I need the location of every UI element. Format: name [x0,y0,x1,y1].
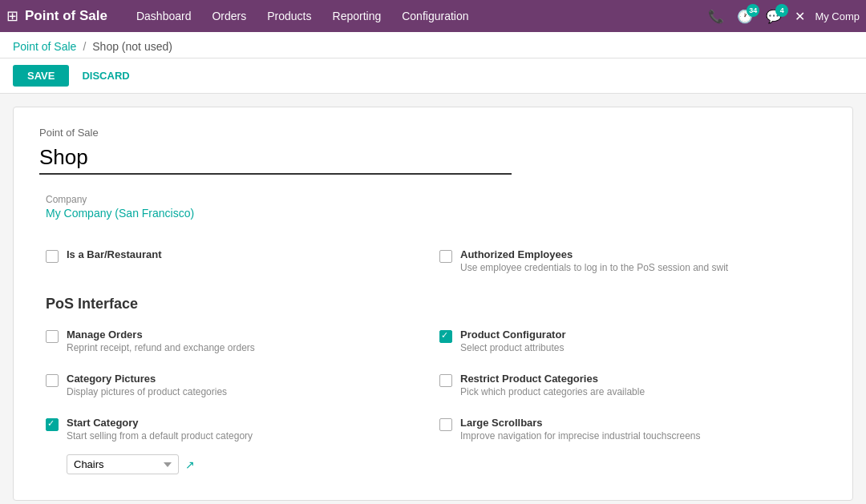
company-block: Company My Company (San Francisco) [39,194,827,220]
authorized-employees-checkbox[interactable] [439,250,452,263]
main-content: Point of Sale Company My Company (San Fr… [0,94,866,504]
manage-orders-checkbox[interactable] [46,330,59,343]
close-icon: ✕ [795,9,805,24]
start-category-label: Start Category [67,417,253,429]
close-button[interactable]: ✕ [791,6,808,27]
nav-menu: Dashboard Orders Products Reporting Conf… [127,6,702,26]
topnav-right: 📞 🕐 34 💬 4 ✕ My Comp [705,6,860,27]
start-category-field: Start Category Start selling from a defa… [39,407,433,451]
large-scrollbars-field: Large Scrollbars Improve navigation for … [433,407,827,481]
nav-orders[interactable]: Orders [202,6,256,26]
form-section-label: Point of Sale [39,127,827,139]
save-button[interactable]: SAVE [13,65,69,87]
large-scrollbars-desc: Improve navigation for imprecise industr… [460,430,700,442]
start-category-checkbox[interactable] [46,418,59,431]
company-value[interactable]: My Company (San Francisco) [46,207,827,220]
app-title: Point of Sale [25,8,107,24]
category-pictures-checkbox[interactable] [46,374,59,387]
category-pictures-desc: Display pictures of product categories [67,386,227,397]
restrict-product-categories-label: Restrict Product Categories [460,373,645,385]
large-scrollbars-label: Large Scrollbars [460,417,700,429]
nav-products[interactable]: Products [257,6,321,26]
manage-orders-field: Manage Orders Reprint receipt, refund an… [39,319,433,363]
start-category-subfield: Chairs ↗ [39,451,433,481]
action-bar: SAVE DISCARD [0,58,866,94]
authorized-employees-label: Authorized Employees [460,248,728,260]
product-configurator-field: Product Configurator Select product attr… [433,319,827,363]
nav-reporting[interactable]: Reporting [323,6,391,26]
authorized-employees-desc: Use employee credentials to log in to th… [460,262,728,273]
manage-orders-label: Manage Orders [67,329,255,341]
nav-dashboard[interactable]: Dashboard [127,6,201,26]
start-category-desc: Start selling from a default product cat… [67,430,253,442]
authorized-employees-field: Authorized Employees Use employee creden… [433,239,827,283]
username: My Comp [815,10,860,22]
restrict-product-categories-checkbox[interactable] [439,374,452,387]
phone-button[interactable]: 📞 [705,6,727,27]
breadcrumb: Point of Sale / Shop (not used) [0,32,866,58]
product-configurator-checkbox[interactable] [439,330,452,343]
start-category-column: Start Category Start selling from a defa… [39,407,433,481]
company-label: Company [46,194,827,205]
breadcrumb-current: Shop (not used) [92,40,172,53]
bar-restaurant-field: Is a Bar/Restaurant [39,239,433,283]
top-navigation: ⊞ Point of Sale Dashboard Orders Product… [0,0,866,32]
grid-icon[interactable]: ⊞ [6,7,18,25]
form-card: Point of Sale Company My Company (San Fr… [13,107,853,501]
bar-restaurant-label: Is a Bar/Restaurant [67,248,162,260]
activity-badge: 34 [747,4,759,17]
pos-fields-grid: Manage Orders Reprint receipt, refund an… [39,319,827,481]
discard-button[interactable]: DISCARD [75,65,136,87]
nav-configuration[interactable]: Configuration [392,6,478,26]
activity-button[interactable]: 🕐 34 [734,6,756,27]
category-pictures-label: Category Pictures [67,373,227,385]
manage-orders-desc: Reprint receipt, refund and exchange ord… [67,342,255,353]
restrict-product-categories-field: Restrict Product Categories Pick which p… [433,363,827,407]
product-configurator-desc: Select product attributes [460,342,565,353]
chat-badge: 4 [775,4,788,17]
product-configurator-label: Product Configurator [460,329,565,341]
phone-icon: 📞 [708,9,724,24]
start-category-select[interactable]: Chairs [67,454,179,474]
large-scrollbars-checkbox[interactable] [439,418,452,431]
restrict-product-categories-desc: Pick which product categories are availa… [460,386,645,397]
breadcrumb-link[interactable]: Point of Sale [13,40,76,53]
top-fields-grid: Is a Bar/Restaurant Authorized Employees… [39,239,827,283]
bar-restaurant-checkbox[interactable] [46,250,59,263]
pos-interface-header: PoS Interface [39,296,827,312]
breadcrumb-separator: / [83,40,86,53]
shop-name-input[interactable] [39,142,512,175]
external-link-icon[interactable]: ↗ [185,458,195,471]
chat-button[interactable]: 💬 4 [763,6,785,27]
category-pictures-field: Category Pictures Display pictures of pr… [39,363,433,407]
